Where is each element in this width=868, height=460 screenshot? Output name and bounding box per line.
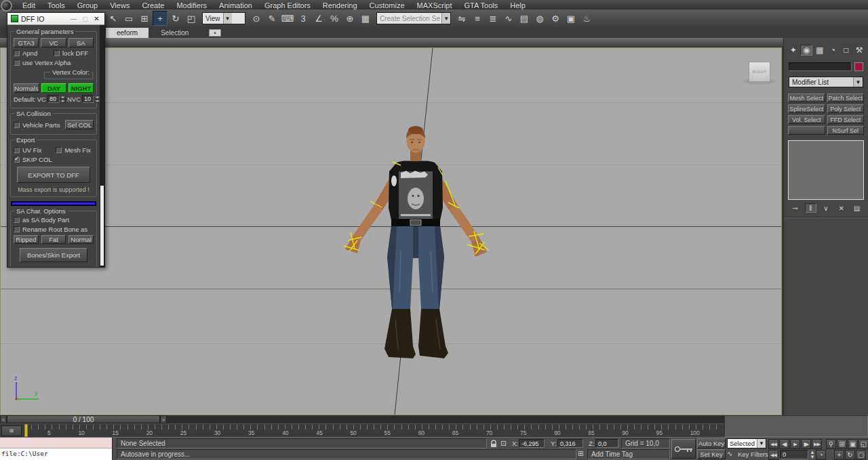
modifier-button[interactable] [788,126,825,135]
go-to-end-button[interactable]: ▶▶ [812,439,822,449]
key-selection-dropdown[interactable]: Selected ▼ [727,438,766,448]
minimize-icon[interactable]: — [69,16,78,22]
make-unique-icon[interactable]: ∨ [821,203,832,213]
render-setup-icon[interactable]: ⚙ [548,11,563,26]
menu-item[interactable]: Help [504,1,532,9]
zoom-all-icon[interactable]: ⊞ [837,439,847,449]
listener-script-pane[interactable]: file:C:\User [0,448,112,460]
pan-hand-icon[interactable]: + [834,450,844,460]
modifier-button[interactable]: FFD Select [827,115,865,124]
go-to-start-button[interactable]: ◀◀ [768,439,778,449]
menu-item[interactable]: GTA Tools [458,1,505,9]
close-icon[interactable]: ✕ [92,15,101,22]
play-button[interactable]: ▶ [790,439,800,449]
menu-item[interactable]: MAXScript [411,1,458,9]
utilities-tab-icon[interactable]: ⚒ [853,45,865,56]
layer-manager-icon[interactable]: ≣ [486,11,500,26]
select-and-scale-icon[interactable]: ◰ [184,11,199,26]
modifier-button[interactable]: Vol. Select [788,115,825,124]
mini-curve-editor-button[interactable]: ≋ [1,425,22,436]
menu-item[interactable]: Create [136,1,170,9]
next-frame-button[interactable]: ▮▶ [801,439,811,449]
pin-stack-icon[interactable]: ⊸ [789,203,801,213]
nvc-spinner[interactable]: 10 ▲▼ [82,95,100,103]
edit-named-selection-sets-icon[interactable]: ▦ [358,11,373,26]
motion-tab-icon[interactable]: ◔ [827,45,839,56]
absolute-mode-icon[interactable]: ⊡ [500,439,507,448]
scrollbar-thumb[interactable] [100,186,104,266]
bone-type-button[interactable]: Ripped [14,235,39,244]
game-format-button[interactable]: VC [41,38,66,47]
menu-item[interactable]: Views [104,1,136,9]
track-bar[interactable]: ≋ 51015202530354045505560657075808590951… [0,423,724,437]
vehicle-parts-checkbox[interactable] [14,122,20,128]
hierarchy-tab-icon[interactable]: ▦ [814,45,825,56]
apnd-checkbox[interactable] [14,50,20,56]
modifier-button[interactable]: Mesh Select [788,93,825,102]
night-button[interactable]: NIGHT [68,83,94,93]
normals-button[interactable]: Normals [14,83,39,93]
menu-item[interactable]: Animation [213,1,258,9]
object-name-field[interactable] [789,62,852,71]
z-coordinate-field[interactable]: 0,0 [595,439,618,448]
game-format-button[interactable]: GTA3 [14,38,39,47]
percent-snap-icon[interactable]: % [327,11,342,26]
create-tab-icon[interactable]: ✦ [787,45,799,56]
modifier-button[interactable]: Patch Select [827,93,865,102]
modifier-list-dropdown[interactable]: Modifier List ▼ [789,77,863,87]
selection-lock-icon[interactable] [490,440,498,448]
spinner-arrows-icon[interactable]: ▲▼ [60,95,66,103]
time-configuration-button[interactable]: ◔ [816,450,826,460]
reference-coordinate-dropdown[interactable]: View ▼ [202,12,245,24]
dialog-title-bar[interactable]: DFF IO — ▢ ✕ [7,13,104,25]
modifier-stack[interactable] [788,140,864,200]
menu-item[interactable]: Rendering [317,1,363,9]
use-pivot-center-icon[interactable]: ⊙ [249,11,264,26]
y-coordinate-field[interactable]: 0,316 [557,439,583,448]
menu-item[interactable]: Edit [16,1,41,9]
listener-macro-pane[interactable] [0,438,112,448]
maximize-viewport-toggle-icon[interactable]: ▢ [856,450,866,460]
sel-col-button[interactable]: Sel COL [65,120,94,129]
day-button[interactable]: DAY [41,83,66,93]
keyboard-override-icon[interactable]: ⌨ [280,11,295,26]
game-format-button[interactable]: SA [68,38,94,47]
x-coordinate-field[interactable]: -6,295 [519,439,545,448]
show-end-result-icon[interactable]: ‖ [805,203,816,213]
mesh-fix-checkbox[interactable] [56,147,62,153]
menu-item[interactable]: Tools [41,1,71,9]
current-frame-field[interactable]: 0 [780,450,808,459]
bones-skin-export-button[interactable]: Bones/Skin Export [20,248,87,262]
chevron-down-icon[interactable]: ▼ [853,77,863,87]
auto-key-button[interactable]: Auto Key [697,438,726,448]
angle-snap-icon[interactable]: ∠ [311,11,326,26]
menu-item[interactable]: Modifiers [170,1,213,9]
rendered-frame-window-icon[interactable]: ▣ [564,11,578,26]
ribbon-minimize-icon[interactable]: ▪ [209,29,221,37]
material-editor-icon[interactable]: ◍ [532,11,547,26]
set-key-button[interactable]: Set Key [697,449,726,459]
chevron-down-icon[interactable]: ▼ [757,439,766,448]
perspective-viewport[interactable]: RIGHT z y [0,47,782,415]
vc-spinner[interactable]: 80 ▲▼ [47,95,66,103]
object-color-swatch[interactable] [854,62,863,71]
configure-modifier-sets-icon[interactable]: ▤ [851,203,863,213]
use-vertex-alpha-checkbox[interactable] [14,60,20,66]
menu-item[interactable]: Customize [363,1,411,9]
zoom-region-icon[interactable]: ◱ [859,439,868,449]
remove-modifier-icon[interactable]: ✕ [835,203,847,213]
modifier-button[interactable]: Poly Select [827,104,865,113]
select-and-move-icon[interactable]: + [153,11,167,26]
set-keys-button[interactable] [671,439,696,459]
time-slider-thumb[interactable]: 0 / 100 [7,415,160,423]
select-object-icon[interactable]: ↖ [106,11,121,26]
chevron-down-icon[interactable]: ▼ [441,13,450,24]
orbit-icon[interactable]: ↻ [845,450,855,460]
lock-dff-checkbox[interactable] [54,50,60,56]
ribbon-tab[interactable]: Selection [150,28,199,38]
export-to-dff-button[interactable]: EXPORT TO DFF [17,167,90,183]
default-tangent-icon[interactable]: ∿ [727,450,732,457]
zoom-extents-icon[interactable]: ▣ [848,439,858,449]
spinner-arrows-icon[interactable]: ▲▼ [810,450,815,459]
named-selection-set-dropdown[interactable]: Create Selection Se ▼ [376,12,451,24]
